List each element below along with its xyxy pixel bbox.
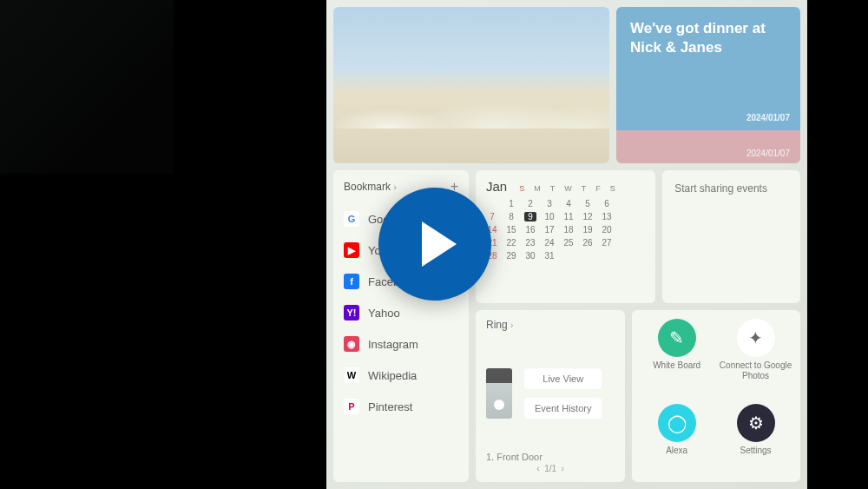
youtube-icon: ▶ bbox=[344, 242, 359, 258]
google-icon: G bbox=[344, 211, 359, 227]
chevron-right-icon: › bbox=[510, 320, 513, 330]
bookmark-label: Wikipedia bbox=[368, 369, 417, 382]
ring-event-history-button[interactable]: Event History bbox=[524, 398, 602, 419]
bookmark-item-wikipedia[interactable]: WWikipedia bbox=[344, 360, 458, 391]
events-widget[interactable]: Start sharing events bbox=[662, 170, 800, 303]
app-label: Alexa bbox=[666, 446, 687, 456]
calendar-month: Jan bbox=[486, 179, 507, 194]
reminder-date-bottom: 2024/01/07 bbox=[746, 149, 790, 158]
calendar-day[interactable]: 10 bbox=[543, 212, 556, 221]
calendar-day bbox=[486, 199, 498, 208]
app-label: White Board bbox=[653, 360, 700, 371]
bookmark-label: Yahoo bbox=[368, 307, 400, 320]
calendar-day[interactable]: 3 bbox=[543, 199, 556, 208]
app-icon: ⚙ bbox=[737, 404, 775, 442]
calendar-day[interactable]: 1 bbox=[505, 199, 517, 208]
calendar-day[interactable]: 2 bbox=[524, 199, 536, 208]
ring-device-label: 1. Front Door bbox=[486, 452, 615, 462]
app-label: Connect to Google Photos bbox=[718, 360, 793, 381]
calendar-day bbox=[601, 251, 613, 261]
calendar-day[interactable]: 16 bbox=[524, 225, 536, 235]
calendar-day[interactable]: 6 bbox=[601, 199, 613, 208]
bookmark-item-pinterest[interactable]: PPinterest bbox=[344, 391, 458, 422]
instagram-icon: ◉ bbox=[344, 336, 359, 352]
app-settings[interactable]: ⚙Settings bbox=[718, 404, 793, 473]
ring-widget: Ring › Live View Event History 1. Front … bbox=[476, 310, 625, 482]
calendar-day[interactable]: 20 bbox=[601, 225, 613, 235]
reminder-date-top: 2024/01/07 bbox=[746, 112, 790, 123]
doorbell-thumbnail[interactable] bbox=[486, 368, 512, 419]
calendar-day[interactable]: 9 bbox=[524, 212, 536, 221]
app-alexa[interactable]: ◯Alexa bbox=[639, 404, 714, 473]
reminder-widget[interactable]: We've got dinner at Nick & Janes 2024/01… bbox=[616, 7, 800, 163]
ring-title[interactable]: Ring › bbox=[486, 319, 615, 331]
calendar-day[interactable]: 17 bbox=[543, 225, 556, 235]
calendar-day[interactable]: 12 bbox=[582, 212, 594, 221]
calendar-day[interactable]: 31 bbox=[543, 251, 556, 261]
calendar-day[interactable]: 8 bbox=[505, 212, 517, 221]
bookmark-item-yahoo[interactable]: Y!Yahoo bbox=[344, 297, 458, 328]
calendar-day[interactable]: 13 bbox=[601, 212, 613, 221]
app-white-board[interactable]: ✎White Board bbox=[639, 319, 714, 399]
pinterest-icon: P bbox=[344, 399, 359, 414]
wikipedia-icon: W bbox=[344, 367, 359, 383]
calendar-day[interactable]: 11 bbox=[562, 212, 575, 221]
bookmark-label: Instagram bbox=[368, 338, 418, 351]
bookmark-label: Pinterest bbox=[368, 400, 412, 413]
events-placeholder: Start sharing events bbox=[674, 182, 767, 195]
photo-widget[interactable] bbox=[333, 7, 609, 163]
calendar-day bbox=[562, 251, 575, 261]
calendar-day[interactable]: 15 bbox=[505, 225, 517, 235]
ring-pager: ‹ 1/1 › bbox=[486, 464, 615, 473]
calendar-day[interactable]: 7 bbox=[486, 212, 498, 221]
calendar-day[interactable]: 29 bbox=[505, 251, 517, 261]
calendar-day[interactable]: 25 bbox=[562, 238, 575, 248]
ring-live-view-button[interactable]: Live View bbox=[524, 368, 602, 389]
calendar-day[interactable]: 5 bbox=[582, 199, 594, 208]
app-label: Settings bbox=[740, 446, 771, 456]
calendar-day[interactable]: 26 bbox=[582, 238, 594, 248]
ambient-shadow bbox=[0, 0, 174, 174]
play-icon bbox=[422, 221, 457, 267]
calendar-day[interactable]: 18 bbox=[562, 225, 575, 235]
reminder-text: We've got dinner at Nick & Janes bbox=[630, 19, 786, 57]
app-icon: ◯ bbox=[658, 404, 696, 442]
calendar-day[interactable]: 24 bbox=[543, 238, 556, 248]
facebook-icon: f bbox=[344, 274, 359, 289]
chevron-right-icon: › bbox=[393, 182, 396, 192]
calendar-day[interactable]: 27 bbox=[601, 238, 613, 248]
apps-grid: ✎White Board✦Connect to Google Photos◯Al… bbox=[632, 310, 800, 482]
calendar-day[interactable]: 30 bbox=[524, 251, 536, 261]
calendar-day[interactable]: 23 bbox=[524, 238, 536, 248]
video-play-button[interactable] bbox=[378, 188, 491, 301]
calendar-day[interactable]: 4 bbox=[562, 199, 575, 208]
yahoo-icon: Y! bbox=[344, 305, 359, 320]
bookmark-title[interactable]: Bookmark › bbox=[344, 181, 397, 193]
bookmark-item-instagram[interactable]: ◉Instagram bbox=[344, 328, 458, 360]
app-icon: ✎ bbox=[658, 319, 696, 357]
calendar-day bbox=[582, 251, 594, 261]
app-connect-to-google-photos[interactable]: ✦Connect to Google Photos bbox=[718, 319, 793, 399]
app-icon: ✦ bbox=[737, 319, 775, 357]
calendar-widget[interactable]: Jan SMTWTFS 1234567891011121314151617181… bbox=[476, 170, 655, 303]
calendar-day[interactable]: 22 bbox=[505, 238, 517, 248]
calendar-day[interactable]: 19 bbox=[582, 225, 594, 235]
